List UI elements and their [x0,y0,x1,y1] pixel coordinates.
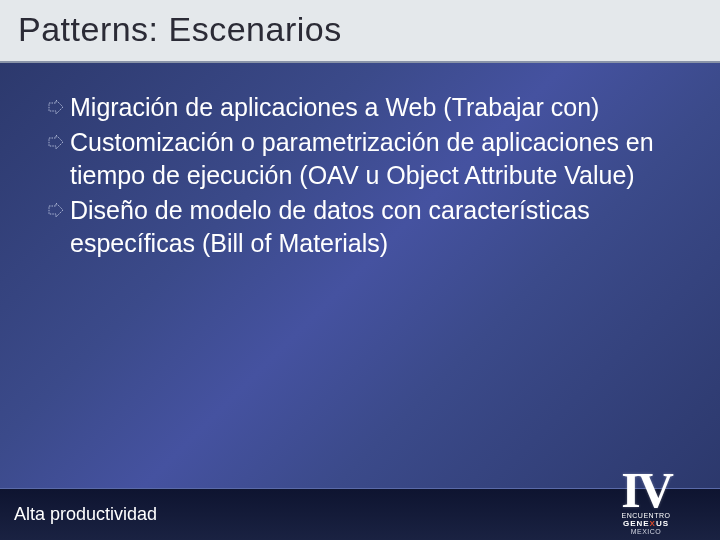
logo-brand: GENEXUS [622,520,671,529]
bullet-text: Migración de aplicaciones a Web (Trabaja… [70,91,678,124]
list-item: Customización o parametrización de aplic… [42,126,678,192]
bullet-arrow-icon [48,100,64,114]
slide-title: Patterns: Escenarios [18,10,702,49]
bullet-arrow-icon [48,135,64,149]
bullet-text: Diseño de modelo de datos con caracterís… [70,194,678,260]
logo-line-mexico: MEXICO [622,528,671,536]
list-item: Diseño de modelo de datos con caracterís… [42,194,678,260]
logo-subtext: ENCUENTRO GENEXUS MEXICO [622,512,671,536]
footer-text: Alta productividad [14,504,157,525]
list-item: Migración de aplicaciones a Web (Trabaja… [42,91,678,124]
bullet-arrow-icon [48,203,64,217]
event-logo: IV ENCUENTRO GENEXUS MEXICO [586,450,706,536]
logo-brand-pre: GENE [623,519,650,528]
logo-brand-post: US [656,519,669,528]
content-area: Migración de aplicaciones a Web (Trabaja… [0,63,720,260]
bullet-text: Customización o parametrización de aplic… [70,126,678,192]
logo-roman-numeral: IV [621,470,671,510]
title-bar: Patterns: Escenarios [0,0,720,63]
